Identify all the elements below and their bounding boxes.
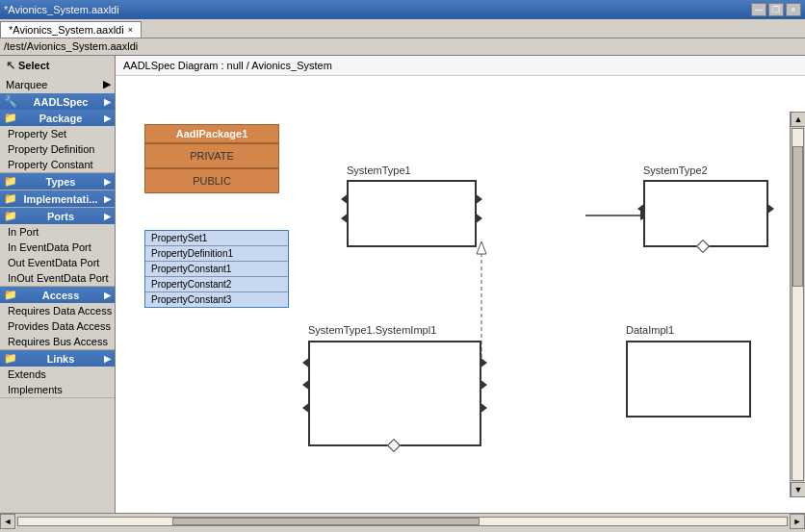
impl-arrow: ▶ — [104, 194, 111, 204]
vertical-scrollbar[interactable]: ▲ ▼ — [790, 112, 805, 497]
system-type2-box[interactable] — [643, 180, 768, 247]
access-folder-icon: 📁 — [4, 289, 17, 301]
package-title: AadlPackage1 — [144, 124, 279, 143]
select-tool[interactable]: ↖ Select — [0, 56, 115, 75]
links-label: Links — [47, 353, 75, 365]
access-arrow: ▶ — [104, 291, 111, 300]
port-in-st2 — [637, 203, 645, 215]
window-title: *Avionics_System.aaxldi — [4, 4, 119, 15]
links-header[interactable]: 📁 Links ▶ — [0, 350, 115, 367]
svg-marker-1 — [477, 241, 486, 254]
marquee-tool[interactable]: Marquee ▶ — [0, 75, 115, 93]
diagram-area: AADLSpec Diagram : null / Avionics_Syste… — [116, 56, 805, 513]
property-box[interactable]: PropertySet1 PropertyDefinition1 Propert… — [144, 230, 289, 308]
port-out-1 — [475, 193, 482, 205]
window-controls: — ❐ × — [751, 3, 801, 16]
property-constant-label: Property Constant — [8, 159, 93, 170]
sidebar-item-extends[interactable]: Extends — [0, 367, 115, 382]
sidebar-item-requires-bus[interactable]: Requires Bus Access — [0, 334, 115, 349]
sidebar-item-implements[interactable]: Implements — [0, 382, 115, 397]
aadlspec-icon: 🔧 — [4, 95, 17, 108]
scroll-down-button[interactable]: ▼ — [791, 482, 805, 497]
sidebar-item-property-set[interactable]: Property Set — [0, 126, 115, 141]
property-row-3: PropertyConstant1 — [145, 262, 288, 277]
tab-label: *Avionics_System.aaxldi — [9, 24, 124, 36]
access-header[interactable]: 📁 Access ▶ — [0, 287, 115, 303]
sidebar-item-in-port[interactable]: In Port — [0, 224, 115, 240]
property-row-5: PropertyConstant3 — [145, 292, 288, 307]
ports-folder-icon: 📁 — [4, 210, 17, 222]
sidebar-section-implementations: 📁 Implementati... ▶ — [0, 190, 115, 208]
inout-eventdata-label: InOut EventData Port — [8, 272, 109, 284]
types-header[interactable]: 📁 Types ▶ — [0, 173, 115, 190]
property-row-4: PropertyConstant2 — [145, 277, 288, 292]
property-set-label: Property Set — [8, 128, 66, 139]
package-header[interactable]: 📁 Package ▶ — [0, 110, 115, 126]
close-button[interactable]: × — [786, 3, 801, 16]
aadlspec-header[interactable]: 🔧 AADLSpec ▶ — [0, 93, 115, 110]
minimize-button[interactable]: — — [751, 3, 766, 16]
sidebar-item-in-eventdata-port[interactable]: In EventData Port — [0, 240, 115, 255]
links-folder-icon: 📁 — [4, 352, 17, 365]
port-out-st2 — [766, 203, 774, 215]
sidebar-item-out-eventdata-port[interactable]: Out EventData Port — [0, 255, 115, 270]
package-arrow: ▶ — [104, 114, 111, 123]
vscroll-thumb[interactable] — [792, 146, 803, 287]
data-impl-box[interactable] — [626, 341, 751, 418]
package-element[interactable]: AadlPackage1 PRIVATE PUBLIC — [144, 124, 279, 193]
sidebar-section-links: 📁 Links ▶ Extends Implements — [0, 350, 115, 398]
sidebar-item-provides-data[interactable]: Provides Data Access — [0, 318, 115, 334]
implements-label: Implements — [8, 384, 63, 395]
ports-label: Ports — [47, 211, 74, 222]
implementations-header[interactable]: 📁 Implementati... ▶ — [0, 190, 115, 207]
port-in-1 — [341, 193, 349, 205]
in-eventdata-label: In EventData Port — [8, 241, 91, 253]
property-row-1: PropertySet1 — [145, 231, 288, 246]
extends-label: Extends — [8, 368, 46, 380]
ports-header[interactable]: 📁 Ports ▶ — [0, 208, 115, 224]
sidebar-section-access: 📁 Access ▶ Requires Data Access Provides… — [0, 287, 115, 350]
diagram-title-text: AADLSpec Diagram : null / Avionics_Syste… — [123, 60, 332, 71]
bottom-bar: ◄ ► — [0, 513, 805, 528]
access-label: Access — [42, 290, 80, 301]
vscroll-track[interactable] — [792, 128, 804, 481]
system-type1-label: SystemType1 — [347, 165, 411, 176]
port-out-si-1 — [480, 357, 487, 368]
scroll-up-button[interactable]: ▲ — [791, 112, 805, 127]
diagram-inner: AadlPackage1 PRIVATE PUBLIC PropertySet1… — [116, 76, 790, 480]
sidebar-item-property-definition[interactable]: Property Definition — [0, 141, 115, 157]
sidebar-item-inout-eventdata-port[interactable]: InOut EventData Port — [0, 270, 115, 286]
package-private: PRIVATE — [144, 143, 279, 168]
scroll-left-button[interactable]: ◄ — [0, 514, 15, 529]
sidebar-item-requires-data[interactable]: Requires Data Access — [0, 303, 115, 318]
sidebar-section-package: 📁 Package ▶ Property Set Property Defini… — [0, 110, 115, 173]
port-out-si-2 — [480, 379, 487, 391]
sidebar-item-property-constant[interactable]: Property Constant — [0, 157, 115, 172]
diagram-canvas[interactable]: AadlPackage1 PRIVATE PUBLIC PropertySet1… — [116, 76, 805, 512]
sidebar-section-ports: 📁 Ports ▶ In Port In EventData Port Out … — [0, 208, 115, 287]
tab-close-icon[interactable]: × — [128, 25, 133, 35]
filepath-bar: /test/Avionics_System.aaxldi — [0, 38, 805, 56]
ports-arrow: ▶ — [104, 212, 111, 221]
hscroll-track[interactable] — [17, 517, 788, 526]
sidebar-section-types: 📁 Types ▶ — [0, 173, 115, 190]
hscroll-thumb[interactable] — [172, 518, 480, 525]
types-label: Types — [46, 176, 76, 188]
maximize-button[interactable]: ❐ — [768, 3, 784, 16]
main-area: ↖ Select Marquee ▶ 🔧 AADLSpec ▶ 📁 Packag… — [0, 56, 805, 513]
property-definition-label: Property Definition — [8, 143, 95, 155]
select-label: Select — [18, 60, 49, 71]
port-out-si-3 — [480, 402, 487, 414]
tab-bar: *Avionics_System.aaxldi × — [0, 19, 805, 38]
package-folder-icon: 📁 — [4, 112, 17, 124]
system-impl-box[interactable] — [308, 341, 481, 446]
marquee-arrow: ▶ — [103, 78, 111, 90]
scroll-right-button[interactable]: ► — [790, 514, 805, 529]
system-type1-box[interactable] — [347, 180, 477, 247]
diamond-st2 — [696, 240, 710, 253]
tab-avionics[interactable]: *Avionics_System.aaxldi × — [0, 21, 142, 38]
property-row-2: PropertyDefinition1 — [145, 246, 288, 262]
port-in-si-2 — [302, 379, 310, 391]
in-port-label: In Port — [8, 226, 39, 238]
diagram-title: AADLSpec Diagram : null / Avionics_Syste… — [116, 56, 805, 76]
